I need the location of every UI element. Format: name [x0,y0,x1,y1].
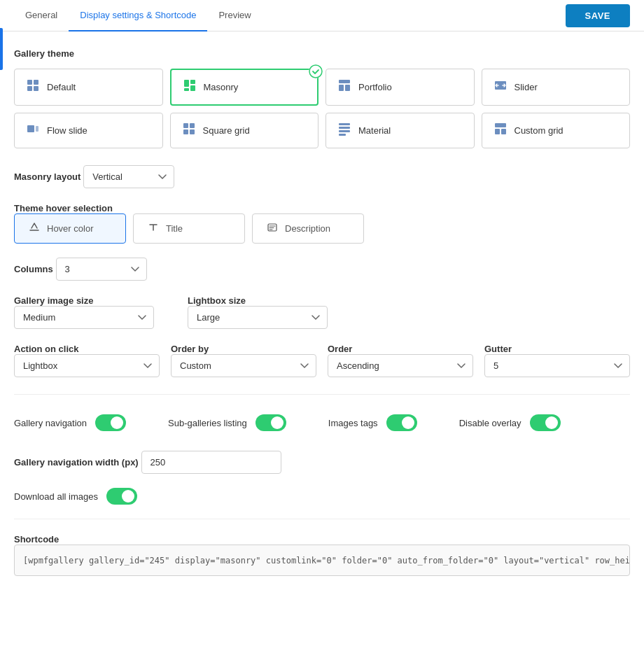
title-card[interactable]: Title [133,213,245,244]
order-section: Order Ascending Descending [328,343,473,377]
theme-square-grid[interactable]: Square grid [170,113,319,148]
save-button[interactable]: SAVE [566,4,630,27]
gallery-navigation-label: Gallery navigation [14,418,87,428]
theme-material[interactable]: Material [326,113,475,148]
main-content: Gallery theme Default Masonry [0,31,644,607]
tab-general[interactable]: General [14,0,69,31]
columns-label: Columns [14,264,53,274]
svg-rect-18 [190,129,195,134]
theme-custom-grid-label: Custom grid [514,125,564,136]
action-on-click-label: Action on click [14,344,78,354]
gallery-nav-width-section: Gallery navigation width (px) 250 [14,451,630,474]
columns-select[interactable]: 3 12456 [56,258,147,281]
gallery-nav-width-input[interactable]: 250 [141,451,281,474]
hover-selection-label: Theme hover selection [14,203,113,213]
gallery-navigation-toggle[interactable] [95,414,126,431]
sub-galleries-label: Sub-galleries listing [168,418,247,428]
hover-color-label: Hover color [47,223,93,234]
theme-portfolio[interactable]: Portfolio [326,69,475,106]
svg-rect-14 [36,126,38,132]
theme-flow-slide[interactable]: Flow slide [14,113,163,148]
masonry-layout-select[interactable]: Vertical Horizontal [83,165,174,188]
disable-overlay-toggle-item: Disable overlay [459,414,561,431]
divider-1 [14,394,630,395]
flow-slide-icon [26,122,40,139]
theme-masonry-label: Masonry [204,82,239,92]
masonry-icon [183,78,197,96]
gallery-theme-section: Gallery theme Default Masonry [14,48,630,148]
theme-default[interactable]: Default [14,69,163,106]
shortcode-label: Shortcode [14,534,59,545]
gallery-navigation-toggle-item: Gallery navigation [14,414,126,431]
svg-rect-2 [27,86,32,91]
theme-custom-grid[interactable]: Custom grid [482,113,631,148]
theme-portfolio-label: Portfolio [358,82,392,92]
theme-slider-label: Slider [514,82,538,92]
vertical-bar [0,28,3,70]
sub-galleries-toggle-item: Sub-galleries listing [168,414,286,431]
images-tags-toggle-item: Images tags [328,414,417,431]
svg-rect-0 [27,80,32,85]
svg-rect-23 [495,123,506,127]
lightbox-size-select[interactable]: Large SmallMediumFull [188,306,328,329]
tab-display-settings[interactable]: Display settings & Shortcode [69,0,207,31]
shortcode-section: Shortcode [wpmfgallery gallery_id="245" … [14,533,630,576]
download-all-toggle[interactable] [106,488,137,505]
order-by-section: Order by Custom DateTitleRandom [171,343,316,377]
svg-point-8 [309,65,322,78]
theme-grid: Default Masonry Portfolio [14,69,630,148]
svg-rect-1 [34,80,38,85]
size-row: Gallery image size Medium ThumbnailLarge… [14,295,350,329]
custom-grid-icon [493,122,507,139]
order-select[interactable]: Ascending Descending [328,354,473,377]
svg-rect-16 [190,123,195,128]
svg-rect-3 [34,86,38,91]
svg-rect-7 [190,85,195,91]
title-icon [148,222,159,235]
material-icon [337,122,351,139]
disable-overlay-label: Disable overlay [459,418,522,428]
hover-color-icon [29,222,40,235]
description-label: Description [285,223,330,234]
sub-galleries-toggle[interactable] [255,414,286,431]
gallery-image-size-section: Gallery image size Medium ThumbnailLarge… [14,295,176,329]
gutter-label: Gutter [484,344,512,354]
description-card[interactable]: Description [252,213,364,244]
description-icon [267,222,278,235]
divider-2 [14,519,630,519]
disable-overlay-toggle[interactable] [530,414,561,431]
masonry-layout-section: Masonry layout Vertical Horizontal [14,165,630,188]
action-order-row: Action on click Lightbox Open in new tab… [14,343,630,377]
theme-material-label: Material [358,125,391,136]
gallery-image-size-select[interactable]: Medium ThumbnailLargeFull [14,306,154,329]
hover-options: Hover color Title Description [14,213,630,244]
svg-rect-22 [339,134,346,136]
order-label: Order [328,344,352,354]
gutter-section: Gutter 5 0101520 [484,343,630,377]
svg-rect-20 [339,127,350,129]
action-on-click-select[interactable]: Lightbox Open in new tabNone [14,354,160,377]
theme-flow-slide-label: Flow slide [47,125,88,136]
images-tags-toggle[interactable] [386,414,417,431]
svg-rect-11 [345,85,350,91]
svg-rect-9 [339,80,350,83]
hover-selection-section: Theme hover selection Hover color Title … [14,202,630,244]
theme-square-grid-label: Square grid [203,125,250,136]
gallery-nav-width-label: Gallery navigation width (px) [14,457,139,468]
download-all-section: Download all images [14,488,630,505]
tab-preview[interactable]: Preview [207,0,262,31]
tabs-bar: General Display settings & Shortcode Pre… [0,0,644,31]
hover-color-card[interactable]: Hover color [14,213,126,244]
download-all-toggle-item: Download all images [14,488,630,505]
default-icon [26,78,40,96]
images-tags-label: Images tags [328,418,378,428]
svg-rect-10 [339,85,344,91]
gutter-select[interactable]: 5 0101520 [484,354,630,377]
gallery-image-size-label: Gallery image size [14,295,93,306]
order-by-select[interactable]: Custom DateTitleRandom [171,354,316,377]
slider-icon [493,78,507,96]
theme-slider[interactable]: Slider [482,69,631,106]
theme-masonry[interactable]: Masonry [170,69,319,106]
svg-rect-17 [183,129,188,134]
portfolio-icon [337,78,351,96]
